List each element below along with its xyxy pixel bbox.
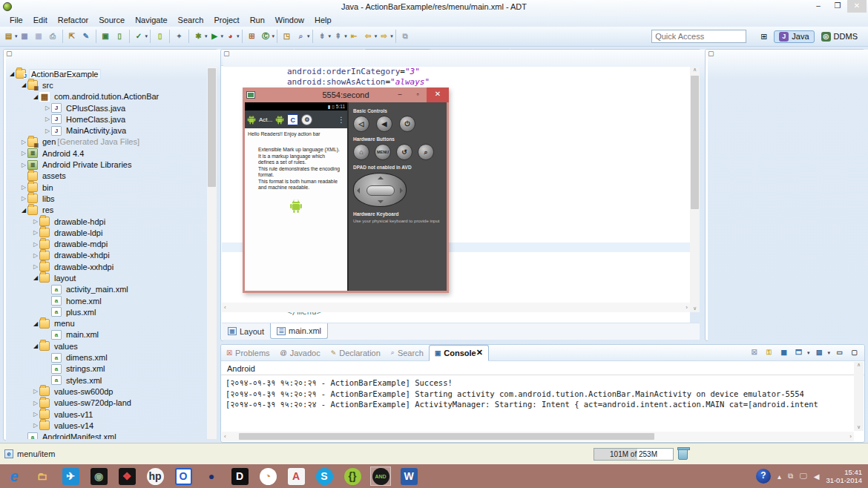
open-console-icon-dropdown[interactable]: ▾ xyxy=(827,350,830,356)
minimize-button[interactable]: – xyxy=(809,0,828,13)
forward-icon[interactable]: ⇨ xyxy=(378,30,390,43)
expander-icon[interactable]: ▷ xyxy=(32,411,39,418)
external-tools-icon-dropdown[interactable]: ▾ xyxy=(145,33,148,39)
pin-console-icon[interactable]: ▦ xyxy=(778,348,789,358)
tree-item-actionbarexample[interactable]: ◢ActionBarExample xyxy=(4,68,217,79)
new-android-app-icon[interactable]: ▯ xyxy=(154,30,166,43)
tree-item-drawable-ldpi[interactable]: ▷drawable-ldpi xyxy=(4,227,217,238)
hidden-icons-chevron[interactable]: ▴ xyxy=(777,472,781,481)
run-icon-dropdown[interactable]: ▾ xyxy=(221,33,224,39)
sdk-manager-icon[interactable]: ▣ xyxy=(99,30,112,43)
console-vscrollbar[interactable]: ∧ ∨ xyxy=(854,362,864,431)
tree-item-styles-xml[interactable]: astyles.xml xyxy=(4,375,217,386)
volume-down-button[interactable]: ◁ xyxy=(353,116,369,132)
expander-icon[interactable]: ▷ xyxy=(20,162,27,168)
dpad-control[interactable] xyxy=(353,173,407,207)
expander-icon[interactable]: ▷ xyxy=(32,229,39,236)
power-button[interactable]: ⏻ xyxy=(399,116,415,132)
menu-refactor[interactable]: Refactor xyxy=(53,14,94,26)
save-all-icon[interactable]: ▦ xyxy=(33,30,45,43)
debug-icon[interactable]: ✱ xyxy=(192,30,205,43)
expander-icon[interactable]: ◢ xyxy=(20,82,27,88)
android-emulator-icon[interactable]: AND xyxy=(370,466,391,486)
console-tab-declaration[interactable]: ✎Declaration xyxy=(326,345,386,361)
picsart-icon[interactable]: ✈ xyxy=(60,466,81,486)
globe-icon[interactable]: ● xyxy=(201,466,222,486)
expander-icon[interactable]: ▷ xyxy=(32,218,39,225)
tree-item-values-sw600dp[interactable]: ▷values-sw600dp xyxy=(4,386,217,397)
search-flashlight-icon[interactable]: ⌕ xyxy=(295,30,307,43)
console-tab-console[interactable]: ▣Console✕ xyxy=(429,345,489,361)
tablet-icon[interactable]: ⧉ xyxy=(788,472,793,481)
expander-icon[interactable]: ▷ xyxy=(32,388,39,395)
tree-item-values-v11[interactable]: ▷values-v11 xyxy=(4,409,217,420)
editor-hscrollbar[interactable]: ‹ › xyxy=(222,303,690,312)
scroll-left-icon[interactable]: ‹ xyxy=(224,304,226,311)
console-tab-search[interactable]: ⌕Search xyxy=(386,345,429,361)
tree-item-android-private-libraries[interactable]: ▷≣Android Private Libraries xyxy=(4,159,217,170)
new-wizard-icon[interactable]: ▤ xyxy=(2,30,15,43)
tree-item-values-sw720dp-land[interactable]: ▷values-sw720dp-land xyxy=(4,398,217,409)
c-action-icon[interactable]: C xyxy=(287,114,298,125)
scroll-up-icon[interactable]: ∧ xyxy=(690,67,700,73)
home-action-icon[interactable] xyxy=(275,115,284,125)
braces-icon[interactable]: {} xyxy=(342,466,363,486)
expander-icon[interactable]: ▷ xyxy=(20,139,27,145)
clock[interactable]: 15:4131-01-2014 xyxy=(826,468,862,484)
prev-annotation-icon[interactable]: ⇞ xyxy=(332,30,344,43)
chrome-icon[interactable]: ◔ xyxy=(257,466,278,486)
tree-item-assets[interactable]: assets xyxy=(4,171,217,182)
close-tab-icon[interactable]: ✕ xyxy=(476,348,483,357)
android-robot-icon[interactable] xyxy=(247,115,256,125)
puzzle-icon[interactable]: ❖ xyxy=(116,466,137,486)
perspective-java-button[interactable]: JJava xyxy=(774,30,814,43)
open-type-icon[interactable]: ◳ xyxy=(280,30,293,43)
link-editor-icon[interactable]: ⧉ xyxy=(399,30,412,43)
network-icon[interactable]: 🖵 xyxy=(800,472,807,481)
scroll-up-icon[interactable]: ∧ xyxy=(854,362,864,368)
daemon-tools-icon[interactable]: D xyxy=(229,466,250,486)
next-annotation-icon-dropdown[interactable]: ▾ xyxy=(329,33,332,39)
tree-item-cplusclass-java[interactable]: ▷JCPlusClass.java xyxy=(4,102,217,113)
expander-icon[interactable]: ▷ xyxy=(44,105,51,111)
search-button[interactable]: ⌕ xyxy=(418,144,434,160)
menu-project[interactable]: Project xyxy=(208,14,244,26)
home-button[interactable]: ⌂ xyxy=(353,144,369,160)
expander-icon[interactable]: ◢ xyxy=(32,274,39,281)
new-java-project-icon[interactable]: ⊞ xyxy=(246,30,258,43)
display-console-icon-dropdown[interactable]: ▾ xyxy=(807,350,810,356)
close-button[interactable]: ✕ xyxy=(847,0,867,13)
back-icon-dropdown[interactable]: ▾ xyxy=(375,33,378,39)
expander-icon[interactable]: ▷ xyxy=(44,116,51,122)
volume-up-button[interactable]: ◀ xyxy=(376,116,392,132)
tree-item-com-android-tution-actionbar[interactable]: ◢▦com.android.tution.ActionBar xyxy=(4,91,217,102)
actionbar-app-label[interactable]: Act... xyxy=(259,116,272,123)
last-edit-icon[interactable]: ⇤ xyxy=(348,30,361,43)
open-perspective-button[interactable]: ⊞ xyxy=(756,31,772,42)
perspective-ddms-button[interactable]: ◎DDMS xyxy=(817,31,862,42)
emulator-close-button[interactable]: ✕ xyxy=(427,88,449,102)
tree-item-home-xml[interactable]: ahome.xml xyxy=(4,295,217,306)
expander-icon[interactable]: ▷ xyxy=(20,184,27,191)
open-console-icon[interactable]: ▤ xyxy=(813,348,824,358)
run-last-icon-dropdown[interactable]: ▾ xyxy=(237,33,240,39)
scroll-right-icon[interactable]: › xyxy=(847,433,854,440)
console-tab-javadoc[interactable]: @Javadoc xyxy=(275,345,326,361)
volume-icon[interactable]: ◀ xyxy=(814,472,820,481)
menu-file[interactable]: File xyxy=(4,14,28,26)
minimize-icon[interactable]: ▭ xyxy=(834,348,845,358)
new-wizard-icon-dropdown[interactable]: ▾ xyxy=(15,33,18,39)
editor-mode-tab-main-xml[interactable]: ☰main.xml xyxy=(270,323,328,339)
expander-icon[interactable]: ▷ xyxy=(32,400,39,406)
tree-item-homeclass-java[interactable]: ▷JHomeClass.java xyxy=(4,113,217,125)
tree-item-menu[interactable]: ◢menu xyxy=(4,318,217,329)
tree-item-androidmanifest-xml[interactable]: aAndroidManifest.xml xyxy=(4,432,217,440)
expander-icon[interactable]: ▷ xyxy=(32,422,39,429)
save-icon[interactable]: ▦ xyxy=(19,30,31,43)
console-log[interactable]: [२०१४-०१-३१ १५:२०:२१ - ActionBarExample]… xyxy=(221,375,864,412)
tree-item-drawable-xxhdpi[interactable]: ▷drawable-xxhdpi xyxy=(4,261,217,272)
hp-icon[interactable]: hp xyxy=(145,466,165,486)
forward-icon-dropdown[interactable]: ▾ xyxy=(390,33,393,39)
menu-button[interactable]: MENU xyxy=(375,144,391,160)
expander-icon[interactable]: ▷ xyxy=(32,241,39,248)
